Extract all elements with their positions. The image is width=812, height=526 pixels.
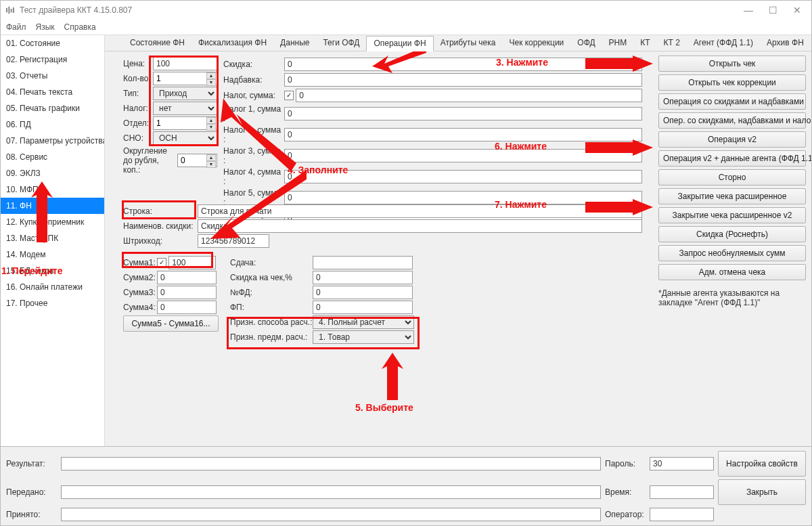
- type-select[interactable]: Приход: [153, 87, 217, 100]
- sum4-input[interactable]: [157, 301, 217, 314]
- fp-label: ФП:: [230, 303, 313, 312]
- barcode-input[interactable]: [198, 234, 269, 248]
- sum2-input[interactable]: [157, 271, 217, 284]
- tab[interactable]: Теги ОФД: [316, 36, 366, 50]
- subject-label: Призн. предм. расч.:: [230, 332, 313, 342]
- change-input[interactable]: [313, 256, 413, 269]
- tab[interactable]: Данные: [273, 36, 316, 50]
- settings-button[interactable]: Настройка свойств: [718, 451, 806, 477]
- tax-select[interactable]: нет: [153, 102, 217, 115]
- sno-label: СНО:: [123, 133, 153, 143]
- menu-file[interactable]: Файл: [6, 22, 26, 32]
- tab[interactable]: Агент (ФФД 1.1): [687, 36, 760, 50]
- sidebar-item[interactable]: 05. Печать графики: [1, 100, 104, 116]
- open-correction-button[interactable]: Открыть чек коррекции: [658, 74, 806, 91]
- close-button[interactable]: Закрыть: [718, 479, 806, 505]
- app-icon: [5, 5, 16, 16]
- tab[interactable]: Архив ФН: [760, 36, 811, 50]
- sidebar-item[interactable]: 12. Купюроприемник: [1, 214, 104, 230]
- callout-5: 5. Выберите: [355, 402, 413, 413]
- taxsum-checkbox[interactable]: ✓: [284, 91, 294, 100]
- tax3-input[interactable]: [284, 149, 642, 162]
- tax4-input[interactable]: [284, 170, 642, 183]
- chkdisc-input[interactable]: [313, 271, 413, 284]
- tax1-input[interactable]: [284, 107, 642, 120]
- sidebar-item[interactable]: 03. Отчеты: [1, 68, 104, 84]
- fd-input[interactable]: [313, 286, 413, 299]
- sidebar-item[interactable]: 13. МастерПК: [1, 230, 104, 246]
- price-input[interactable]: [153, 57, 217, 70]
- tab[interactable]: РНМ: [602, 36, 634, 50]
- sidebar-item[interactable]: 04. Печать текста: [1, 84, 104, 100]
- op-v2-agent-button[interactable]: Операция v2 + данные агента (ФФД 1.1)*: [658, 150, 806, 167]
- menu-lang[interactable]: Язык: [36, 22, 55, 32]
- oper-input[interactable]: [650, 508, 714, 521]
- round-stepper[interactable]: ▲▼: [177, 154, 217, 167]
- close-ext-button[interactable]: Закрытие чека расширенное: [658, 188, 806, 204]
- dept-stepper[interactable]: ▲▼: [153, 116, 217, 130]
- rosneft-discount-button[interactable]: Скидка (Роснефть): [658, 226, 806, 242]
- taxsum-input[interactable]: [296, 89, 642, 102]
- method-select[interactable]: 4. Полный расчет: [313, 315, 414, 329]
- recv-input[interactable]: [61, 508, 601, 521]
- tab[interactable]: Состояние ФН: [123, 36, 191, 50]
- sno-select[interactable]: ОСН: [153, 131, 217, 145]
- sum3-input[interactable]: [157, 286, 217, 299]
- fp-input[interactable]: [313, 301, 413, 314]
- sidebar-item[interactable]: 08. Сервис: [1, 149, 104, 165]
- sidebar-item[interactable]: 06. ПД: [1, 116, 104, 133]
- sum5-16-button[interactable]: Сумма5 - Сумма16...: [123, 315, 219, 332]
- tab[interactable]: Операции ФН: [366, 36, 433, 51]
- pwd-input[interactable]: [650, 457, 714, 470]
- tax1-label: Налог 1, сумма :: [223, 104, 284, 123]
- pwd-label: Пароль:: [605, 459, 646, 468]
- tab[interactable]: ОФД: [570, 36, 602, 50]
- op-v2-button[interactable]: Операция v2: [658, 131, 806, 148]
- sidebar-item[interactable]: 01. Состояние: [1, 35, 104, 51]
- tab[interactable]: КТ: [633, 36, 656, 50]
- sum1-checkbox[interactable]: ✓: [157, 258, 166, 267]
- tab[interactable]: КТ 2: [657, 36, 687, 50]
- sum1-input[interactable]: [168, 256, 216, 269]
- menu-help[interactable]: Справка: [64, 22, 96, 32]
- sidebar-item[interactable]: 16. Онлайн платежи: [1, 279, 104, 295]
- open-check-button[interactable]: Открыть чек: [658, 56, 806, 72]
- tax5-input[interactable]: [284, 191, 642, 204]
- close-ext-v2-button[interactable]: Закрытие чека расширенное v2: [658, 207, 806, 223]
- op-discounts-tax-button[interactable]: Опер. со скидками, надбавками и налогом: [658, 112, 806, 129]
- window-minimize-button[interactable]: —: [738, 5, 759, 16]
- storno-button[interactable]: Сторно: [658, 169, 806, 185]
- sidebar-item[interactable]: 17. Прочее: [1, 295, 104, 311]
- tab[interactable]: Чек коррекции: [502, 36, 570, 50]
- sidebar-item[interactable]: 15. БД чеков: [1, 263, 104, 279]
- result-input[interactable]: [61, 457, 601, 470]
- fd-label: №ФД:: [230, 288, 313, 297]
- subject-select[interactable]: 1. Товар: [313, 330, 414, 344]
- dept-label: Отдел:: [123, 118, 153, 128]
- discname-input[interactable]: [198, 219, 642, 233]
- window-close-button[interactable]: ✕: [787, 5, 807, 16]
- tab[interactable]: Фискализация ФН: [191, 36, 273, 50]
- nonzero-sums-button[interactable]: Запрос необнуляемых сумм: [658, 245, 806, 261]
- sidebar-item[interactable]: 02. Регистрация: [1, 51, 104, 68]
- sidebar-item[interactable]: 10. МФП: [1, 181, 104, 198]
- tax-label: Налог:: [123, 104, 153, 113]
- discount-input[interactable]: [284, 58, 642, 71]
- result-label: Результат:: [6, 459, 57, 468]
- tab[interactable]: Атрибуты чека: [434, 36, 503, 50]
- sidebar-item[interactable]: 14. Модем: [1, 246, 104, 263]
- qty-stepper[interactable]: ▲▼: [153, 72, 217, 85]
- sidebar-item[interactable]: 07. Параметры устройства: [1, 133, 104, 149]
- markup-input[interactable]: [284, 73, 642, 87]
- sidebar-item[interactable]: 11. ФН: [1, 198, 104, 214]
- time-input[interactable]: [650, 485, 714, 499]
- op-discounts-button[interactable]: Операция со скидками и надбавками: [658, 93, 806, 110]
- stroka-input[interactable]: [198, 204, 642, 218]
- sum2-label: Сумма2:: [123, 273, 157, 282]
- tax2-input[interactable]: [284, 128, 642, 141]
- chkdisc-label: Скидка на чек,%: [230, 273, 313, 282]
- window-maximize-button[interactable]: ☐: [763, 5, 783, 16]
- sent-input[interactable]: [61, 485, 601, 499]
- sidebar-item[interactable]: 09. ЭКЛЗ: [1, 165, 104, 181]
- adm-cancel-button[interactable]: Адм. отмена чека: [658, 264, 806, 280]
